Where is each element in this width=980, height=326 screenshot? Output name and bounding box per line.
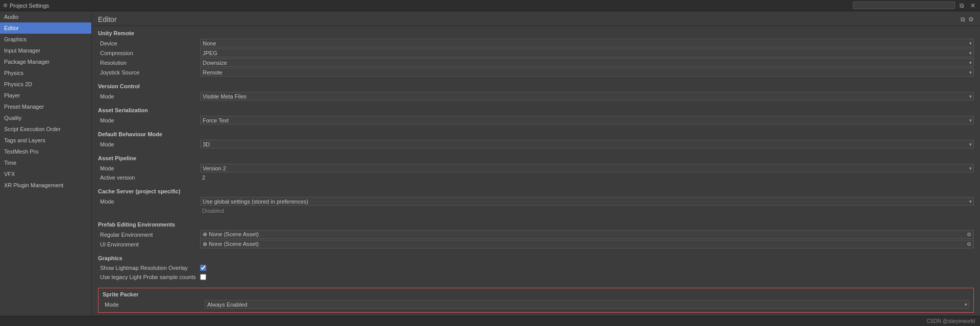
asset-serialization-mode-dropdown[interactable]: Force Text	[200, 116, 974, 124]
regular-environment-text: ⊕ None (Scene Asset)	[203, 231, 259, 238]
regular-environment-row: Regular Environment ⊕ None (Scene Asset)…	[98, 230, 974, 239]
active-version-label: Active version	[98, 174, 200, 181]
joystick-source-dropdown-wrapper: Remote	[200, 68, 974, 77]
content-title: Editor	[98, 15, 117, 23]
sidebar-item-audio[interactable]: Audio	[0, 11, 91, 22]
search-input[interactable]	[853, 2, 955, 9]
asset-serialization-mode-value: Force Text	[200, 116, 974, 124]
lightmap-overlay-checkbox-val	[200, 265, 206, 271]
sidebar-item-player[interactable]: Player	[0, 90, 91, 101]
resize-btn[interactable]: ⧉	[958, 2, 966, 9]
device-dropdown-wrapper: None	[200, 39, 974, 47]
ui-environment-label: UI Environment	[98, 241, 200, 247]
cache-server-mode-wrapper: Use global settings (stored in preferenc…	[200, 197, 974, 206]
sidebar-item-package-manager[interactable]: Package Manager	[0, 56, 91, 67]
sprite-packer-highlight: Sprite Packer Mode Always Enabled	[98, 288, 974, 313]
close-btn[interactable]: ✕	[969, 2, 977, 9]
compression-dropdown-wrapper: JPEG	[200, 48, 974, 57]
regular-environment-field[interactable]: ⊕ None (Scene Asset) ⚙	[200, 230, 974, 239]
asset-pipeline-mode-row: Mode Version 2	[98, 163, 974, 173]
footer: CSDN @staryinworld	[0, 316, 980, 326]
content-area: Editor ⧉ ⚙ Unity Remote Device None	[92, 11, 980, 316]
sidebar-item-physics-2d[interactable]: Physics 2D	[0, 79, 91, 90]
active-version-row: Active version 2	[98, 173, 974, 182]
content-header-icons: ⧉ ⚙	[961, 16, 974, 23]
ui-environment-value: ⊕ None (Scene Asset) ⚙	[200, 240, 974, 248]
sprite-packer-section-outer: Sprite Packer Mode Always Enabled	[92, 284, 980, 316]
sidebar-item-vfx[interactable]: VFX	[0, 168, 91, 180]
asset-pipeline-mode-label: Mode	[98, 165, 200, 171]
light-probe-checkbox[interactable]	[200, 274, 206, 280]
title-bar: ⚙ Project Settings ⧉ ✕	[0, 0, 980, 11]
sidebar-item-preset-manager[interactable]: Preset Manager	[0, 101, 91, 112]
sidebar: Audio Editor Graphics Input Manager Pack…	[0, 11, 92, 316]
default-behaviour-mode-row: Mode 3D	[98, 139, 974, 149]
sidebar-item-tags-and-layers[interactable]: Tags and Layers	[0, 135, 91, 146]
sidebar-item-graphics[interactable]: Graphics	[0, 34, 91, 45]
active-version-value: 2	[200, 174, 974, 181]
joystick-source-label: Joystick Source	[98, 69, 200, 76]
resolution-row: Resolution Downsize	[98, 58, 974, 67]
sidebar-item-quality[interactable]: Quality	[0, 112, 91, 123]
device-value: None	[200, 39, 974, 47]
light-probe-checkbox-val	[200, 274, 206, 280]
asset-serialization-mode-label: Mode	[98, 117, 200, 123]
cache-server-mode-row: Mode Use global settings (stored in pref…	[98, 196, 974, 206]
cache-server-section: Cache Server (project specific) Mode Use…	[92, 184, 980, 217]
regular-environment-gear-icon[interactable]: ⚙	[967, 232, 971, 237]
regular-environment-label: Regular Environment	[98, 232, 200, 238]
cache-server-title: Cache Server (project specific)	[98, 188, 974, 194]
sidebar-item-time[interactable]: Time	[0, 157, 91, 168]
asset-pipeline-section: Asset Pipeline Mode Version 2 Active ver…	[92, 151, 980, 184]
ui-environment-field[interactable]: ⊕ None (Scene Asset) ⚙	[200, 240, 974, 248]
version-control-mode-row: Mode Visible Meta Files	[98, 91, 974, 101]
resolution-dropdown[interactable]: Downsize	[200, 58, 974, 67]
sidebar-item-textmesh-pro[interactable]: TextMesh Pro	[0, 146, 91, 157]
sidebar-item-input-manager[interactable]: Input Manager	[0, 45, 91, 56]
asset-serialization-section: Asset Serialization Mode Force Text	[92, 103, 980, 127]
compression-dropdown[interactable]: JPEG	[200, 48, 974, 57]
joystick-source-value: Remote	[200, 68, 974, 77]
cache-server-mode-value: Use global settings (stored in preferenc…	[200, 197, 974, 206]
settings-icon: ⚙	[3, 3, 8, 8]
default-behaviour-mode-value: 3D	[200, 140, 974, 148]
active-version-static: 2	[200, 174, 205, 181]
version-control-mode-dropdown[interactable]: Visible Meta Files	[200, 92, 974, 101]
window-title: Project Settings	[10, 3, 49, 9]
sprite-packer-mode-dropdown[interactable]: Always Enabled	[205, 300, 969, 309]
version-control-title: Version Control	[98, 83, 974, 89]
ui-environment-text: ⊕ None (Scene Asset)	[203, 241, 259, 247]
default-behaviour-mode-dropdown[interactable]: 3D	[200, 140, 974, 148]
light-probe-label: Use legacy Light Probe sample counts	[98, 274, 200, 280]
sidebar-item-editor[interactable]: Editor	[0, 22, 91, 34]
ui-environment-gear-icon[interactable]: ⚙	[967, 241, 971, 247]
lightmap-overlay-checkbox[interactable]	[200, 265, 206, 271]
sidebar-item-xr-plugin-management[interactable]: XR Plugin Management	[0, 180, 91, 191]
default-behaviour-mode-label: Mode	[98, 141, 200, 147]
cache-server-mode-label: Mode	[98, 198, 200, 205]
main-layout: Audio Editor Graphics Input Manager Pack…	[0, 11, 980, 316]
light-probe-row: Use legacy Light Probe sample counts	[98, 272, 974, 282]
popout-icon[interactable]: ⧉	[961, 16, 965, 23]
sidebar-item-script-execution-order[interactable]: Script Execution Order	[0, 123, 91, 135]
device-dropdown[interactable]: None	[200, 39, 974, 47]
version-control-mode-wrapper: Visible Meta Files	[200, 92, 974, 101]
sidebar-item-physics[interactable]: Physics	[0, 67, 91, 79]
graphics-section: Graphics Show Lightmap Resolution Overla…	[92, 251, 980, 284]
footer-text: CSDN @staryinworld	[926, 318, 975, 324]
joystick-source-dropdown[interactable]: Remote	[200, 68, 974, 77]
lightmap-overlay-row: Show Lightmap Resolution Overlay	[98, 263, 974, 272]
cache-server-mode-dropdown[interactable]: Use global settings (stored in preferenc…	[200, 197, 974, 206]
asset-serialization-mode-row: Mode Force Text	[98, 115, 974, 125]
ui-environment-row: UI Environment ⊕ None (Scene Asset) ⚙	[98, 239, 974, 249]
sprite-packer-mode-row: Mode Always Enabled	[103, 299, 969, 309]
default-behaviour-title: Default Behaviour Mode	[98, 131, 974, 137]
resolution-value: Downsize	[200, 58, 974, 67]
device-row: Device None	[98, 38, 974, 48]
asset-pipeline-mode-dropdown[interactable]: Version 2	[200, 164, 974, 172]
gear-settings-icon[interactable]: ⚙	[968, 16, 974, 23]
cache-server-disabled-text: Disabled	[200, 208, 224, 214]
device-label: Device	[98, 40, 200, 46]
sprite-packer-mode-wrapper: Always Enabled	[205, 300, 969, 309]
asset-serialization-mode-wrapper: Force Text	[200, 116, 974, 124]
